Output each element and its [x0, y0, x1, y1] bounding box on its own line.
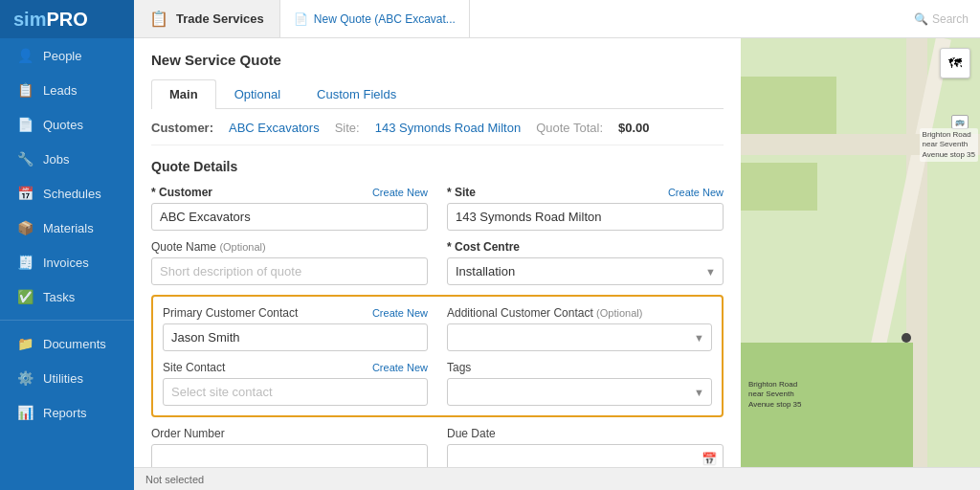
sidebar-label-jobs: Jobs: [43, 152, 69, 167]
customer-group: * Customer Create New: [151, 186, 428, 231]
customer-site-row: * Customer Create New * Site Create New: [151, 186, 724, 231]
sidebar: simPRO 👤 People 📋 Leads 📄 Quotes 🔧 Jobs …: [0, 0, 134, 490]
order-number-input[interactable]: [151, 444, 428, 467]
quote-name-label-text: Quote Name (Optional): [151, 240, 266, 254]
site-input[interactable]: [447, 203, 724, 231]
map-block2: [741, 163, 817, 211]
map-road-label: Brighton Roadnear SeventhAvenue stop 35: [920, 128, 978, 162]
site-contact-label: Site Contact Create New: [163, 361, 428, 374]
due-date-label-text: Due Date: [447, 427, 496, 440]
order-number-group: Order Number: [151, 427, 428, 467]
sidebar-item-tasks[interactable]: ✅ Tasks: [0, 279, 134, 314]
site-contact-create-new[interactable]: Create New: [372, 362, 428, 373]
sidebar-label-utilities: Utilities: [43, 371, 83, 386]
map-layers-icon: 🗺: [948, 56, 962, 71]
primary-contact-create-new[interactable]: Create New: [372, 307, 428, 319]
primary-contact-label: Primary Customer Contact Create New: [163, 306, 428, 320]
customer-label: Customer:: [151, 121, 213, 135]
tab-custom-fields[interactable]: Custom Fields: [299, 79, 414, 108]
sidebar-label-documents: Documents: [43, 337, 106, 351]
sidebar-item-documents[interactable]: 📁 Documents: [0, 326, 134, 361]
tags-group: Tags ▼: [447, 361, 712, 406]
site-tags-row: Site Contact Create New Tags: [163, 361, 712, 406]
sidebar-item-materials[interactable]: 📦 Materials: [0, 211, 134, 245]
sidebar-item-reports[interactable]: 📊 Reports: [0, 395, 134, 430]
topbar-tab[interactable]: 📄 New Quote (ABC Excavat...: [280, 0, 470, 37]
quotename-costcentre-row: Quote Name (Optional) * Cost Centre Inst…: [151, 240, 724, 285]
tab-icon: 📄: [294, 12, 308, 26]
logo-pro: PRO: [46, 9, 87, 31]
site-link[interactable]: 143 Symonds Road Milton: [375, 121, 521, 135]
main-area: 📋 Trade Services 📄 New Quote (ABC Excava…: [134, 0, 980, 490]
search-placeholder: Search: [932, 12, 969, 26]
customer-input[interactable]: [151, 203, 428, 231]
sidebar-item-utilities[interactable]: ⚙️ Utilities: [0, 361, 134, 395]
site-label-text: * Site: [447, 186, 476, 199]
primary-contact-label-text: Primary Customer Contact: [163, 306, 298, 320]
sidebar-item-people[interactable]: 👤 People: [0, 38, 134, 73]
additional-contact-label: Additional Customer Contact (Optional): [447, 306, 712, 320]
sidebar-label-schedules: Schedules: [43, 187, 101, 201]
cost-centre-select-wrap: Installation ▼: [447, 257, 724, 285]
tab-main[interactable]: Main: [151, 79, 216, 109]
topbar-search[interactable]: 🔍 Search: [902, 0, 980, 37]
sidebar-label-invoices: Invoices: [43, 256, 89, 270]
map-panel: 🚌 Brighton Roadnear SeventhAvenue stop 3…: [741, 38, 980, 467]
cost-centre-select[interactable]: Installation: [447, 257, 724, 285]
customer-link[interactable]: ABC Excavators: [229, 121, 320, 135]
due-date-input[interactable]: [447, 444, 724, 467]
module-icon: 📋: [149, 10, 168, 28]
sidebar-item-schedules[interactable]: 📅 Schedules: [0, 176, 134, 211]
quote-name-input[interactable]: [151, 257, 428, 285]
sidebar-item-invoices[interactable]: 🧾 Invoices: [0, 245, 134, 279]
calendar-icon[interactable]: 📅: [702, 451, 717, 465]
site-contact-group: Site Contact Create New: [163, 361, 428, 406]
quotes-icon: 📄: [16, 117, 33, 132]
site-field-label: * Site Create New: [447, 186, 724, 199]
total-label: Quote Total:: [536, 121, 603, 135]
order-date-row: Order Number Due Date 📅: [151, 427, 724, 467]
customer-label-text: * Customer: [151, 186, 212, 199]
tags-select[interactable]: [447, 378, 712, 406]
search-icon: 🔍: [914, 12, 928, 26]
tags-select-wrap: ▼: [447, 378, 712, 406]
topbar-module: 📋 Trade Services: [134, 0, 280, 37]
sidebar-item-leads[interactable]: 📋 Leads: [0, 73, 134, 107]
customer-field-label: * Customer Create New: [151, 186, 428, 199]
customer-create-new[interactable]: Create New: [372, 187, 428, 198]
logo-sim: sim: [13, 9, 46, 31]
sidebar-label-materials: Materials: [43, 221, 94, 235]
due-date-input-wrap: 📅: [447, 444, 724, 467]
total-value: $0.00: [618, 121, 650, 135]
primary-contact-group: Primary Customer Contact Create New: [163, 306, 428, 351]
additional-contact-group: Additional Customer Contact (Optional) ▼: [447, 306, 712, 351]
invoices-icon: 🧾: [16, 255, 33, 270]
sidebar-label-reports: Reports: [43, 406, 87, 420]
leads-icon: 📋: [16, 82, 33, 98]
tab-label: New Quote (ABC Excavat...: [314, 12, 456, 26]
additional-contact-select[interactable]: [447, 323, 712, 351]
order-number-label-text: Order Number: [151, 427, 225, 440]
tab-optional[interactable]: Optional: [216, 79, 299, 108]
schedules-icon: 📅: [16, 186, 33, 201]
tasks-icon: ✅: [16, 289, 33, 304]
sidebar-item-jobs[interactable]: 🔧 Jobs: [0, 142, 134, 176]
site-group: * Site Create New: [447, 186, 724, 231]
sidebar-item-quotes[interactable]: 📄 Quotes: [0, 107, 134, 142]
tabs: Main Optional Custom Fields: [151, 79, 724, 109]
map-layers-button[interactable]: 🗺: [940, 48, 970, 78]
map-pin: [902, 333, 911, 343]
info-bar: Customer: ABC Excavators Site: 143 Symon…: [151, 121, 724, 145]
quote-name-group: Quote Name (Optional): [151, 240, 428, 285]
sidebar-label-people: People: [43, 49, 81, 63]
highlighted-contacts-section: Primary Customer Contact Create New Addi…: [151, 295, 724, 417]
bus-stop-icon: 🚌: [951, 115, 969, 129]
app-logo: simPRO: [0, 0, 134, 38]
sidebar-divider: [0, 320, 134, 321]
primary-contact-input[interactable]: [163, 323, 428, 351]
site-contact-input[interactable]: [163, 378, 428, 406]
documents-icon: 📁: [16, 336, 33, 351]
order-number-label: Order Number: [151, 427, 428, 440]
site-create-new[interactable]: Create New: [668, 187, 724, 198]
page-title: New Service Quote: [151, 52, 724, 68]
